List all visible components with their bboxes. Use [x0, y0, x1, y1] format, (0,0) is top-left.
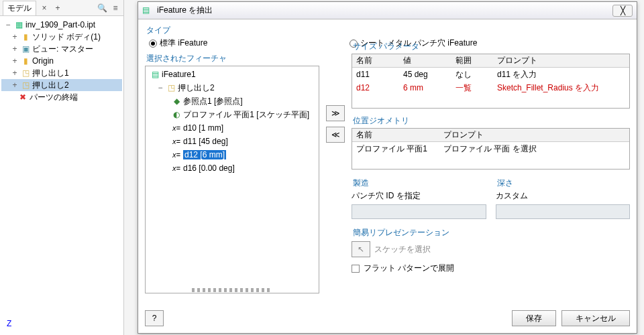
model-tab[interactable]: モデル: [3, 1, 36, 15]
profile-plane-icon: [171, 110, 182, 119]
param-icon: [171, 137, 182, 146]
tree-node[interactable]: d11 [45 deg]: [147, 135, 317, 148]
right-column: サイズ パラメータ 名前 値 範囲 プロンプト d11 45 deg なし d1…: [352, 40, 630, 281]
tree-node[interactable]: 参照点1 [参照点]: [147, 94, 317, 108]
save-button[interactable]: 保存: [512, 310, 556, 326]
close-tab-icon[interactable]: ×: [39, 3, 50, 13]
extrude-icon: [20, 68, 31, 78]
simple-rep-label: 簡易リプレゼンテーション: [353, 227, 630, 239]
remove-button[interactable]: ≪: [326, 127, 345, 143]
size-parameters-panel: サイズ パラメータ 名前 値 範囲 プロンプト d11 45 deg なし d1…: [352, 41, 630, 109]
dialog-title: iFeature を抽出: [157, 5, 213, 16]
view-icon: [20, 44, 31, 54]
tree-node-selected[interactable]: +押し出し2: [1, 79, 122, 91]
pick-icon: [358, 245, 364, 254]
flat-pattern-checkbox[interactable]: [352, 265, 360, 273]
help-button[interactable]: ?: [145, 310, 164, 326]
simple-rep-panel: 簡易リプレゼンテーション スケッチを選択 フラット パターンで展開: [352, 227, 630, 274]
extrude-icon: [166, 83, 176, 92]
flat-pattern-label: フラット パターンで展開: [364, 263, 454, 274]
depth-panel: 深さ カスタム: [496, 176, 631, 219]
folder-icon: [20, 32, 31, 42]
folder-icon: [20, 56, 31, 66]
param-icon: [171, 150, 182, 159]
grid-header: 名前 プロンプト: [352, 129, 629, 142]
depth-field[interactable]: [496, 204, 631, 219]
position-geometry-label: 位置ジオメトリ: [353, 115, 630, 127]
grid-row-empty: [352, 155, 629, 169]
grid-row-empty: [352, 94, 629, 108]
size-parameters-grid[interactable]: 名前 値 範囲 プロンプト d11 45 deg なし d11 を入力 d12 …: [352, 54, 630, 109]
dialog-body: タイプ 標準 iFeature シート メタル パンチ穴 iFeature 選択…: [138, 19, 637, 333]
punch-id-label: パンチ穴 ID を指定: [352, 190, 486, 202]
close-icon: ╳: [621, 6, 625, 15]
dialog-footer: ? 保存 キャンセル: [145, 310, 630, 326]
scrollbar[interactable]: [192, 288, 272, 292]
tree-node[interactable]: +ソリッド ボディ(1): [1, 31, 122, 43]
tree-node[interactable]: +押し出し1: [1, 67, 122, 79]
grid-row-active[interactable]: d12 6 mm 一覧 Sketch_Fillet_Radius を入力: [352, 81, 629, 94]
depth-sub-label: カスタム: [496, 190, 631, 202]
tree-root[interactable]: − inv_1909_Part-0.ipt: [1, 19, 122, 31]
tree-root-label: inv_1909_Part-0.ipt: [25, 20, 95, 29]
cancel-button[interactable]: キャンセル: [561, 310, 630, 326]
tree-node[interactable]: +ビュー: マスター: [1, 43, 122, 55]
punch-id-field[interactable]: [352, 204, 486, 219]
transfer-buttons: ≫ ≪: [326, 105, 345, 143]
chevron-left-icon: ≪: [331, 130, 340, 139]
model-browser: モデル × + 🔍 ≡ − inv_1909_Part-0.ipt +ソリッド …: [0, 0, 124, 335]
size-parameters-label: サイズ パラメータ: [353, 41, 630, 52]
search-icon[interactable]: 🔍: [97, 3, 107, 13]
part-icon: [13, 20, 24, 29]
help-icon: ?: [152, 314, 157, 323]
grid-row[interactable]: d11 45 deg なし d11 を入力: [352, 68, 629, 81]
flat-pattern-row: フラット パターンで展開: [352, 263, 630, 274]
position-geometry-grid[interactable]: 名前 プロンプト プロファイル 平面1 プロファイル 平面 を選択: [352, 128, 630, 170]
model-tree: − inv_1909_Part-0.ipt +ソリッド ボディ(1) +ビュー:…: [0, 16, 123, 106]
pick-sketch-label: スケッチを選択: [374, 244, 431, 255]
tree-node[interactable]: iFeature1: [147, 68, 317, 81]
dialog-close-button[interactable]: ╳: [612, 5, 633, 17]
axis-label: Z: [7, 319, 11, 328]
grid-row[interactable]: プロファイル 平面1 プロファイル 平面 を選択: [352, 142, 629, 155]
selected-features-panel: 選択されたフィーチャ iFeature1 −押し出し2 参照点1 [参照点] プ…: [145, 52, 326, 313]
manufacture-label: 製造: [353, 178, 486, 189]
ifeature-icon: [150, 70, 160, 79]
tree-node[interactable]: パーツの終端: [1, 91, 122, 103]
type-group-label: タイプ: [146, 25, 630, 36]
pick-sketch-button[interactable]: [352, 241, 370, 257]
add-tab-icon[interactable]: +: [52, 3, 63, 13]
param-icon: [171, 163, 182, 173]
radio-standard-ifeature[interactable]: 標準 iFeature: [149, 38, 207, 49]
stop-icon: [17, 92, 28, 102]
tree-node[interactable]: +Origin: [1, 55, 122, 67]
position-geometry-panel: 位置ジオメトリ 名前 プロンプト プロファイル 平面1 プロファイル 平面 を選…: [352, 115, 630, 170]
param-icon: [171, 123, 182, 133]
extract-ifeature-dialog: iFeature を抽出 ╳ タイプ 標準 iFeature シート メタル パ…: [138, 1, 637, 334]
depth-label: 深さ: [497, 178, 631, 189]
dialog-title-bar: iFeature を抽出 ╳: [138, 2, 637, 19]
tree-node[interactable]: プロファイル 平面1 [スケッチ平面]: [147, 108, 317, 121]
add-button[interactable]: ≫: [326, 105, 345, 121]
manufacture-panel: 製造 パンチ穴 ID を指定: [352, 176, 486, 219]
tree-node[interactable]: d10 [1 mm]: [147, 121, 317, 135]
menu-icon[interactable]: ≡: [110, 3, 121, 13]
model-browser-header: モデル × + 🔍 ≡: [0, 0, 123, 16]
ref-point-icon: [171, 96, 182, 106]
ifeature-icon: [142, 5, 153, 16]
selected-features-tree[interactable]: iFeature1 −押し出し2 参照点1 [参照点] プロファイル 平面1 […: [145, 66, 319, 293]
tree-node[interactable]: −押し出し2: [147, 81, 317, 94]
tree-node[interactable]: d16 [0.00 deg]: [147, 161, 317, 175]
grid-header: 名前 値 範囲 プロンプト: [352, 54, 629, 68]
chevron-right-icon: ≫: [331, 109, 340, 118]
selected-features-label: 選択されたフィーチャ: [146, 53, 326, 64]
tree-node-selected[interactable]: d12 [6 mm]: [147, 148, 317, 161]
extrude-icon: [20, 80, 31, 90]
